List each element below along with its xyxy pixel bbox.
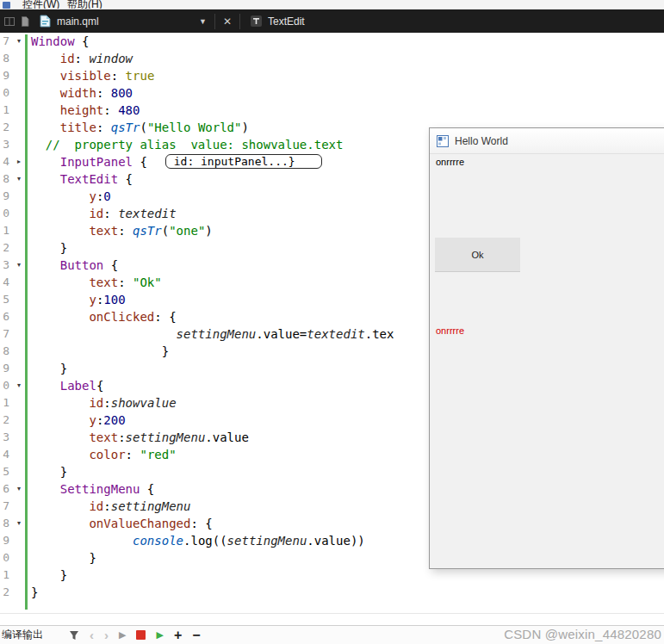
code-line[interactable]: 2} xyxy=(0,584,664,601)
compile-output-pane-button[interactable]: 编译输出 xyxy=(2,628,43,642)
line-number: 5 xyxy=(0,291,9,308)
code-line[interactable]: 7▾Window { xyxy=(0,33,664,50)
zoom-in-icon[interactable]: + xyxy=(174,629,182,642)
menubar-fragment: 控件(W) 帮助(H) xyxy=(0,0,664,9)
code-text: SettingMenu { xyxy=(31,480,154,498)
code-text: text: "Ok" xyxy=(31,274,162,291)
code-line[interactable]: 8 id: window xyxy=(0,50,664,67)
preview-window-title: Hello World xyxy=(455,135,508,147)
watermark: CSDN @weixin_44820280 xyxy=(504,627,661,641)
line-number: 8 xyxy=(0,515,9,532)
code-text: text: qsTr("one") xyxy=(31,222,213,239)
code-text: id:showvalue xyxy=(31,394,177,412)
output-pane-toolbar: ‹ › ▶ ▶ + − xyxy=(69,629,201,642)
code-text: onValueChanged: { xyxy=(31,515,213,532)
line-number: 0 xyxy=(0,205,9,222)
qt-creator-window: 控件(W) 帮助(H) main.qml ▼ ✕ TextEdit 7▾Wind… xyxy=(0,0,664,644)
collapsed-block-placeholder[interactable]: id: inputPanel...} xyxy=(165,154,322,169)
line-number: 9 xyxy=(0,532,9,549)
zoom-out-icon[interactable]: − xyxy=(192,629,200,642)
preview-content: onrrrre Ok onrrrre xyxy=(430,154,664,569)
code-text: onClicked: { xyxy=(31,308,177,325)
split-view-icon[interactable] xyxy=(3,15,16,28)
tab-main-qml[interactable]: main.qml xyxy=(31,9,191,33)
tab-dropdown-icon[interactable]: ▼ xyxy=(191,17,214,26)
document-icon[interactable] xyxy=(19,15,31,28)
preview-label-text: onrrrre xyxy=(436,325,464,336)
code-text: TextEdit { xyxy=(31,170,133,188)
code-text: } xyxy=(31,239,67,257)
code-text: } xyxy=(31,584,38,601)
code-text: } xyxy=(31,463,67,480)
line-number: 9 xyxy=(0,67,9,84)
line-number: 0 xyxy=(0,377,9,394)
tab-close-icon[interactable]: ✕ xyxy=(215,15,239,28)
line-number: 4 xyxy=(0,153,9,170)
app-icon xyxy=(3,2,10,9)
line-number: 8 xyxy=(0,170,9,188)
line-number: 6 xyxy=(0,308,9,325)
tab-textedit-label: TextEdit xyxy=(268,15,305,28)
line-number: 7 xyxy=(0,325,9,343)
code-text: id:settingMenu xyxy=(31,498,190,515)
nav-back-icon[interactable]: ‹ xyxy=(90,629,94,641)
line-number: 1 xyxy=(0,567,9,584)
stop-icon[interactable] xyxy=(136,630,146,640)
code-text: y:0 xyxy=(31,188,111,205)
code-text: Button { xyxy=(31,257,118,274)
line-number: 5 xyxy=(0,463,9,480)
line-number: 1 xyxy=(0,102,9,119)
tab-textedit[interactable]: TextEdit xyxy=(240,9,315,33)
code-line[interactable]: 1 } xyxy=(0,567,664,584)
code-text: color: "red" xyxy=(31,446,177,463)
code-line[interactable]: 9 visible: true xyxy=(0,67,664,84)
preview-window[interactable]: Hello World onrrrre Ok onrrrre xyxy=(429,127,664,569)
window-icon xyxy=(437,135,449,147)
code-text: title: qsTr("Hello World") xyxy=(31,119,249,136)
code-text: } xyxy=(31,360,67,377)
line-number: 3 xyxy=(0,136,9,153)
line-number: 0 xyxy=(0,84,9,102)
line-number: 2 xyxy=(0,412,9,429)
preview-textedit[interactable]: onrrrre xyxy=(436,157,464,167)
code-text: } xyxy=(31,343,169,360)
menu-item-help[interactable]: 帮助(H) xyxy=(67,0,102,9)
line-number: 3 xyxy=(0,429,9,446)
code-text: width: 800 xyxy=(31,84,133,102)
line-number: 1 xyxy=(0,394,9,412)
line-number: 6 xyxy=(0,480,9,498)
line-number: 7 xyxy=(0,33,9,50)
filter-icon[interactable] xyxy=(69,630,79,641)
line-number: 7 xyxy=(0,498,9,515)
code-text: visible: true xyxy=(31,67,154,84)
code-text: } xyxy=(31,567,67,584)
preview-titlebar[interactable]: Hello World xyxy=(430,128,664,154)
horizontal-scrollbar-track[interactable] xyxy=(0,613,664,625)
line-number: 2 xyxy=(0,584,9,601)
code-text: y:100 xyxy=(31,291,126,308)
line-number: 1 xyxy=(0,222,9,239)
code-text: Label{ xyxy=(31,377,103,394)
line-number: 9 xyxy=(0,188,9,205)
code-text: } xyxy=(31,549,96,567)
line-number: 3 xyxy=(0,257,9,274)
code-line[interactable]: 1 height: 480 xyxy=(0,102,664,119)
run-icon[interactable]: ▶ xyxy=(119,630,126,640)
code-text: id: window xyxy=(31,50,133,67)
line-number: 8 xyxy=(0,50,9,67)
editor-tabbar: main.qml ▼ ✕ TextEdit xyxy=(0,9,664,33)
line-number: 9 xyxy=(0,360,9,377)
code-text: // property alias value: showvalue.text xyxy=(31,136,343,153)
line-number: 2 xyxy=(0,119,9,136)
preview-ok-button[interactable]: Ok xyxy=(435,238,520,272)
nav-forward-icon[interactable]: › xyxy=(104,629,109,641)
line-number: 0 xyxy=(0,549,9,567)
code-text: Window { xyxy=(31,33,89,50)
code-line[interactable]: 0 width: 800 xyxy=(0,84,664,102)
run-debug-icon[interactable]: ▶ xyxy=(156,630,163,640)
code-text: id: textedit xyxy=(31,205,177,222)
qml-file-icon xyxy=(40,15,51,28)
menu-item-controls[interactable]: 控件(W) xyxy=(22,0,59,9)
code-text: height: 480 xyxy=(31,102,140,119)
line-number: 8 xyxy=(0,343,9,360)
